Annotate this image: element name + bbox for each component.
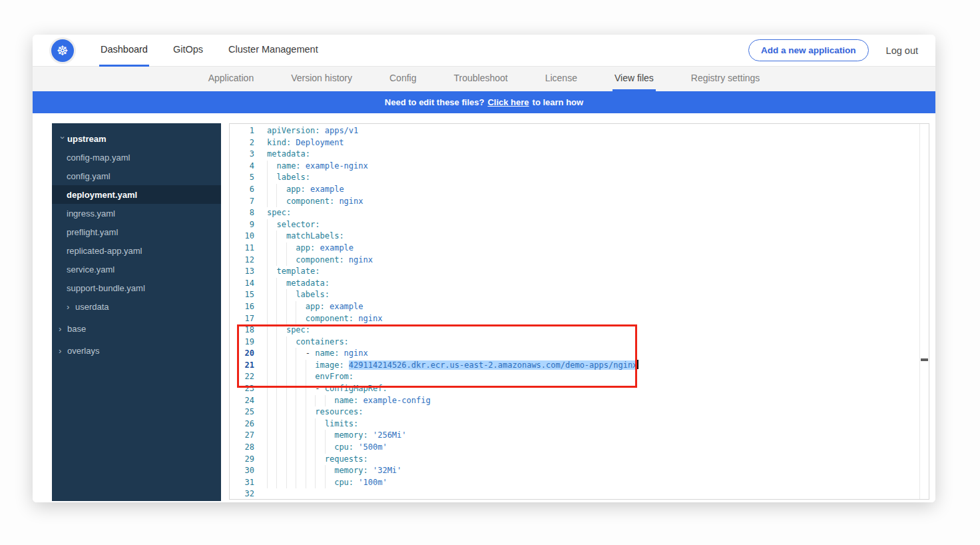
code-line[interactable]: 20 - name: nginx (230, 348, 929, 360)
code-text: apiVersion: apps/v1 (254, 125, 358, 137)
code-text: resources: (254, 406, 364, 418)
tab-application[interactable]: Application (206, 67, 256, 91)
code-text: - name: nginx (254, 348, 368, 360)
nav-item-gitops[interactable]: GitOps (172, 35, 204, 67)
code-line[interactable]: 24 name: example-config (230, 395, 929, 407)
code-line[interactable]: 27 memory: '256Mi' (230, 430, 929, 442)
code-text: labels: (254, 289, 330, 301)
code-line[interactable]: 10 matchLabels: (230, 231, 929, 243)
code-text: labels: (254, 172, 310, 184)
tab-version-history[interactable]: Version history (289, 67, 354, 91)
code-line[interactable]: 6 app: example (230, 184, 929, 196)
code-text: name: example-nginx (254, 161, 368, 173)
app-tabs-bar: ApplicationVersion historyConfigTroubles… (33, 67, 935, 91)
chevron-right-icon: › (59, 346, 67, 356)
code-line[interactable]: 16 app: example (230, 301, 929, 313)
edit-files-banner: Need to edit these files? Click here to … (33, 91, 935, 113)
code-text: envFrom: (254, 371, 354, 383)
code-text: component: nginx (254, 196, 364, 208)
tree-folder-overlays[interactable]: ›overlays (52, 341, 221, 360)
code-line[interactable]: 29 requests: (230, 454, 929, 466)
tree-item-label: config.yaml (67, 171, 111, 181)
line-number: 3 (230, 149, 254, 161)
tree-file-config-yaml[interactable]: config.yaml (52, 167, 221, 185)
add-application-button[interactable]: Add a new application (748, 39, 869, 61)
tab-troubleshoot[interactable]: Troubleshoot (451, 67, 509, 91)
line-number: 9 (230, 219, 254, 231)
tree-file-replicated-app-yaml[interactable]: replicated-app.yaml (52, 241, 221, 260)
line-number: 15 (230, 289, 254, 301)
tree-folder-upstream[interactable]: ›upstream (52, 129, 221, 148)
tab-license[interactable]: License (543, 67, 579, 91)
tree-folder-base[interactable]: ›base (52, 319, 221, 338)
code-line[interactable]: 32 (230, 488, 929, 500)
code-editor[interactable]: 1apiVersion: apps/v12kind: Deployment3me… (229, 123, 929, 500)
tab-registry-settings[interactable]: Registry settings (689, 67, 762, 91)
tree-file-service-yaml[interactable]: service.yaml (52, 260, 221, 278)
tab-config[interactable]: Config (387, 67, 418, 91)
line-number: 11 (230, 243, 254, 255)
code-text: template: (254, 266, 320, 278)
code-text: cpu: '500m' (254, 442, 387, 454)
code-line[interactable]: 28 cpu: '500m' (230, 442, 929, 454)
code-line[interactable]: 11 app: example (230, 243, 929, 255)
code-text: component: nginx (254, 313, 382, 325)
tree-file-support-bundle-yaml[interactable]: support-bundle.yaml (52, 278, 221, 297)
line-number: 1 (230, 125, 254, 137)
tree-file-ingress-yaml[interactable]: ingress.yaml (52, 204, 221, 223)
line-number: 25 (230, 406, 254, 418)
kubernetes-logo-icon: ☸ (51, 39, 74, 62)
code-line[interactable]: 22 envFrom: (230, 371, 929, 383)
tree-item-label: base (67, 324, 86, 334)
code-line[interactable]: 19 containers: (230, 336, 929, 348)
code-text: metadata: (254, 149, 310, 161)
code-text: limits: (254, 418, 358, 430)
code-line[interactable]: 2kind: Deployment (230, 137, 929, 149)
code-line[interactable]: 13 template: (230, 266, 929, 278)
code-line[interactable]: 21 image: 429114214526.dkr.ecr.us-east-2… (230, 360, 929, 372)
code-line[interactable]: 3metadata: (230, 149, 929, 161)
tree-file-config-map-yaml[interactable]: config-map.yaml (52, 148, 221, 167)
line-number: 20 (230, 348, 254, 360)
line-number: 5 (230, 172, 254, 184)
tree-folder-userdata[interactable]: ›userdata (52, 297, 221, 316)
tree-item-label: support-bundle.yaml (67, 283, 145, 293)
banner-click-here-link[interactable]: Click here (487, 97, 529, 107)
line-number: 18 (230, 324, 254, 336)
code-line[interactable]: 30 memory: '32Mi' (230, 465, 929, 477)
tree-item-label: upstream (67, 134, 107, 144)
tree-item-label: deployment.yaml (67, 190, 137, 200)
tree-item-label: userdata (75, 302, 109, 312)
code-line[interactable]: 1apiVersion: apps/v1 (230, 125, 929, 137)
code-line[interactable]: 14 metadata: (230, 278, 929, 290)
editor-scrollbar[interactable] (919, 124, 929, 499)
code-line[interactable]: 5 labels: (230, 172, 929, 184)
nav-item-dashboard[interactable]: Dashboard (99, 35, 149, 67)
line-number: 30 (230, 465, 254, 477)
nav-item-cluster-management[interactable]: Cluster Management (227, 35, 320, 67)
code-line[interactable]: 18 spec: (230, 324, 929, 336)
code-line[interactable]: 25 resources: (230, 406, 929, 418)
tree-file-deployment-yaml[interactable]: deployment.yaml (52, 185, 221, 204)
code-line[interactable]: 9 selector: (230, 219, 929, 231)
code-line[interactable]: 31 cpu: '100m' (230, 477, 929, 489)
code-line[interactable]: 7 component: nginx (230, 196, 929, 208)
code-text: app: example (254, 301, 364, 313)
code-line[interactable]: 17 component: nginx (230, 313, 929, 325)
code-line[interactable]: 8spec: (230, 207, 929, 219)
line-number: 17 (230, 313, 254, 325)
top-navigation-bar: ☸ DashboardGitOpsCluster Management Add … (33, 35, 935, 67)
line-number: 10 (230, 231, 254, 243)
code-line[interactable]: 12 component: nginx (230, 255, 929, 267)
tab-view-files[interactable]: View files (612, 67, 656, 91)
tree-file-preflight-yaml[interactable]: preflight.yaml (52, 223, 221, 241)
code-line[interactable]: 23 - configMapRef: (230, 383, 929, 395)
code-line[interactable]: 4 name: example-nginx (230, 161, 929, 173)
line-number: 14 (230, 278, 254, 290)
tree-item-label: service.yaml (67, 265, 115, 274)
code-lines: 1apiVersion: apps/v12kind: Deployment3me… (230, 125, 929, 500)
code-line[interactable]: 15 labels: (230, 289, 929, 301)
code-line[interactable]: 26 limits: (230, 418, 929, 430)
line-number: 19 (230, 336, 254, 348)
logout-button[interactable]: Log out (886, 45, 918, 56)
